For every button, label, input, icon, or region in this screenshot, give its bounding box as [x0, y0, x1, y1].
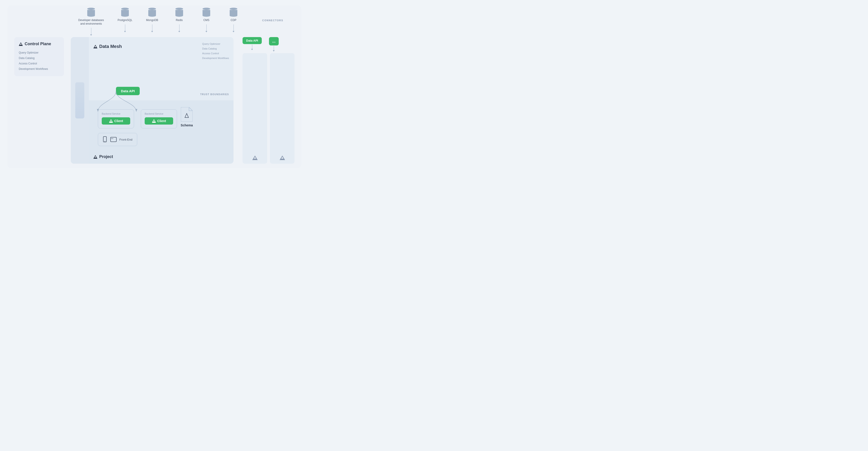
data-api-button[interactable]: Data API — [116, 87, 140, 95]
backend-service-1-label: Backend Service — [102, 112, 130, 115]
frontend-box: Front-End — [98, 133, 137, 146]
client-label-2: Client — [157, 119, 166, 123]
arrow-mongo — [152, 24, 152, 31]
data-mesh-section: Data Mesh Query Optimizer Data Catalog A… — [89, 37, 234, 100]
right-arrow-1 — [252, 44, 252, 49]
right-api-col-2: ... — [269, 37, 279, 51]
arrow-cdp — [234, 24, 234, 31]
svg-point-1 — [105, 141, 105, 142]
svg-rect-2 — [111, 137, 116, 142]
schema-label: Schema — [181, 123, 193, 127]
client-button-2[interactable]: Client — [145, 117, 173, 125]
dm-feature-1: Query Optimizer — [202, 41, 229, 46]
phone-icon — [103, 136, 107, 143]
right-box-1 — [243, 53, 267, 164]
project-icon — [93, 155, 97, 159]
right-arrow-2 — [274, 46, 274, 51]
connector-mongodb: MongoDB — [138, 8, 166, 31]
cp-feature-1: Query Optimizer — [19, 50, 59, 55]
cp-feature-2: Data Catalog — [19, 55, 59, 61]
right-bottom-boxes — [243, 53, 294, 164]
backend-service-2-label: Backend Service — [145, 112, 173, 115]
cp-feature-3: Access Control — [19, 61, 59, 66]
connector-redis-label: Redis — [176, 19, 183, 22]
backend-service-1: Backend Service Client — [98, 110, 134, 128]
connector-dev-db: Developer databasesand environments — [75, 8, 107, 35]
client-icon-1 — [109, 119, 113, 123]
client-label-1: Client — [114, 119, 123, 123]
db-icon-dev — [87, 8, 95, 17]
left-panel-inner — [75, 82, 84, 118]
arrow-redis — [179, 24, 180, 31]
data-mesh-icon — [93, 45, 97, 49]
db-icon-mongo — [148, 8, 156, 17]
right-api-col-1: Data API — [243, 37, 262, 51]
control-plane-title-text: Control Plane — [25, 41, 51, 46]
client-icon-2 — [152, 119, 156, 123]
right-data-api-button-1[interactable]: Data API — [243, 37, 262, 44]
data-mesh-features: Query Optimizer Data Catalog Access Cont… — [202, 41, 229, 61]
top-connectors-row: Developer databasesand environments Post… — [75, 8, 283, 35]
connector-redis: Redis — [166, 8, 193, 31]
right-project-icon-2 — [280, 155, 285, 160]
connector-cdp-label: CDP — [230, 19, 236, 22]
right-project-icon-1 — [252, 155, 258, 160]
diagram-container: CONNECTORS Developer databasesand enviro… — [7, 5, 301, 168]
dm-feature-4: Development Workflows — [202, 56, 229, 61]
connector-cdp: CDP — [220, 8, 247, 31]
main-area: Data Mesh Query Optimizer Data Catalog A… — [71, 37, 234, 164]
db-icon-cdp — [230, 8, 237, 17]
connector-pg-label: PostgreSQL — [118, 19, 132, 22]
connector-cms: CMS — [193, 8, 220, 31]
control-plane-icon — [19, 42, 23, 46]
right-boxes: Data API ... — [243, 37, 294, 164]
schema-document-icon — [181, 107, 193, 122]
arrow-pg — [125, 24, 125, 31]
left-panel — [71, 37, 89, 164]
connector-dev-db-label: Developer databasesand environments — [78, 19, 104, 26]
svg-point-4 — [113, 138, 113, 139]
arrow-dev-db — [91, 28, 91, 35]
control-plane-title: Control Plane — [19, 41, 59, 46]
right-box-2 — [270, 53, 294, 164]
db-icon-cms — [203, 8, 210, 17]
data-mesh-title-text: Data Mesh — [99, 44, 122, 49]
backend-services: Backend Service Client Backend Service C… — [98, 110, 229, 128]
project-title-text: Project — [99, 154, 113, 159]
backend-service-2: Backend Service Client — [141, 110, 177, 128]
right-ellipsis-button[interactable]: ... — [269, 37, 279, 46]
dm-feature-2: Data Catalog — [202, 46, 229, 51]
project-section: Backend Service Client Backend Service C… — [89, 100, 234, 164]
cp-feature-4: Development Workflows — [19, 66, 59, 72]
control-plane-box: Control Plane Query Optimizer Data Catal… — [14, 37, 64, 76]
dm-feature-3: Access Control — [202, 51, 229, 56]
frontend-label: Front-End — [119, 138, 132, 141]
data-api-wrap: Data API — [116, 87, 140, 95]
trust-boundaries-label: TRUST BOUNDARIES — [200, 93, 229, 96]
svg-point-3 — [112, 138, 112, 139]
arrow-cms — [206, 24, 207, 31]
connector-postgresql: PostgreSQL — [112, 8, 138, 31]
svg-marker-5 — [185, 114, 188, 118]
right-api-row: Data API ... — [243, 37, 294, 51]
client-button-1[interactable]: Client — [102, 117, 130, 125]
connector-cms-label: CMS — [204, 19, 210, 22]
db-icon-pg — [121, 8, 129, 17]
connector-mongo-label: MongoDB — [146, 19, 158, 22]
schema-box: Schema — [181, 107, 193, 127]
control-plane-features: Query Optimizer Data Catalog Access Cont… — [19, 50, 59, 72]
browser-icon — [110, 137, 117, 142]
project-title: Project — [93, 154, 113, 159]
db-icon-redis — [176, 8, 183, 17]
